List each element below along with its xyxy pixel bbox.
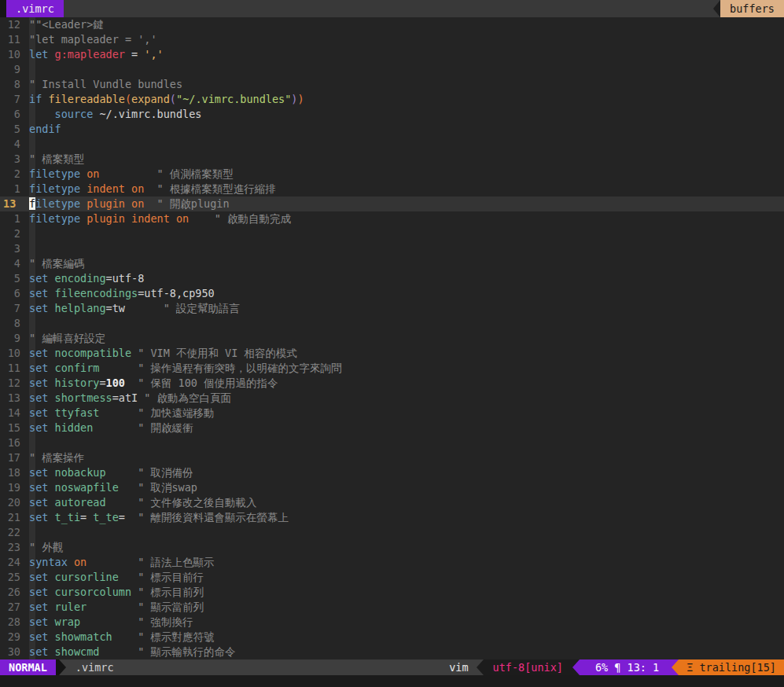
line-number: 8 — [0, 316, 20, 331]
code-line[interactable]: 19set noswapfile " 取消swap — [0, 480, 784, 495]
syntax-tx — [29, 108, 55, 120]
code-line[interactable]: 8 — [0, 316, 784, 331]
syntax-kw: set — [29, 481, 55, 494]
code-line[interactable]: 4" 檔案編碼 — [0, 256, 784, 271]
syntax-opt: autoread — [55, 496, 106, 509]
line-number: 22 — [0, 525, 20, 540]
code-line[interactable]: 25set cursorline " 標示目前行 — [0, 570, 784, 585]
code-text: let g:mapleader = ',' — [20, 47, 164, 62]
code-line[interactable]: 9 — [0, 62, 784, 77]
code-text: if filereadable(expand("~/.vimrc.bundles… — [20, 92, 304, 107]
code-line[interactable]: 2filetype on " 偵測檔案類型 — [0, 167, 784, 182]
code-line[interactable]: 5endif — [0, 122, 784, 137]
code-line[interactable]: 29set showmatch " 標示對應符號 — [0, 630, 784, 645]
syntax-red: g:mapleader — [55, 48, 125, 61]
code-line[interactable]: 17" 檔案操作 — [0, 450, 784, 465]
code-line[interactable]: 26set cursorcolumn " 標示目前列 — [0, 585, 784, 600]
code-line[interactable]: 27set ruler " 顯示當前列 — [0, 600, 784, 615]
syntax-cm: " 語法上色顯示 — [86, 556, 214, 568]
code-line[interactable]: 30set showcmd " 顯示輸執行的命令 — [0, 645, 784, 659]
syntax-arg: indent on — [80, 182, 144, 195]
syntax-cm: " 取消備份 — [106, 466, 193, 479]
code-line[interactable]: 14set ttyfast " 加快遠端移動 — [0, 406, 784, 421]
syntax-tx: =atI — [112, 391, 138, 404]
code-line[interactable]: 1filetype plugin indent on " 啟動自動完成 — [0, 211, 784, 226]
code-line[interactable]: 16 — [0, 435, 784, 450]
buffers-label: buffers — [730, 2, 775, 15]
syntax-cm: " VIM 不使用和 VI 相容的模式 — [131, 347, 297, 359]
syntax-kw: set — [29, 272, 55, 285]
code-text: " 檔案編碼 — [20, 256, 84, 271]
line-number: 9 — [0, 62, 20, 77]
line-number: 2 — [0, 226, 20, 241]
mode-indicator: NORMAL — [0, 659, 56, 675]
line-number: 18 — [0, 465, 20, 480]
code-line[interactable]: 15set hidden " 開啟緩衝 — [0, 421, 784, 435]
syntax-kw: set — [29, 630, 55, 643]
syntax-tx: = — [99, 377, 105, 389]
code-line[interactable]: 7if filereadable(expand("~/.vimrc.bundle… — [0, 92, 784, 107]
code-text: set cursorcolumn " 標示目前列 — [20, 585, 204, 600]
syntax-kw: set — [29, 362, 55, 374]
code-text: set t_ti= t_te= " 離開後資料還會顯示在螢幕上 — [20, 510, 289, 525]
syntax-kw: endif — [29, 123, 61, 135]
code-line[interactable]: 1filetype indent on " 根據檔案類型進行縮排 — [0, 182, 784, 197]
tab-vimrc[interactable]: .vimrc — [6, 0, 64, 17]
command-line[interactable] — [0, 675, 784, 687]
code-text: "let mapleader = ',' — [20, 32, 157, 47]
syntax-cm: " 偵測檔案類型 — [99, 167, 233, 180]
code-line[interactable]: 10set nocompatible " VIM 不使用和 VI 相容的模式 — [0, 346, 784, 361]
code-line[interactable]: 12""<Leader>鍵 — [0, 17, 784, 32]
syntax-cm: " 取消swap — [119, 481, 197, 494]
code-line[interactable]: 11set confirm " 操作過程有衝突時，以明確的文字來詢問 — [0, 361, 784, 376]
code-line[interactable]: 3 — [0, 241, 784, 256]
code-line[interactable]: 24syntax on " 語法上色顯示 — [0, 555, 784, 570]
line-number: 29 — [0, 630, 20, 645]
line-number: 16 — [0, 435, 20, 450]
code-line[interactable]: 23" 外觀 — [0, 540, 784, 555]
code-line[interactable]: 6 source ~/.vimrc.bundles — [0, 107, 784, 122]
syntax-str: ',' — [144, 48, 163, 61]
code-text: syntax on " 語法上色顯示 — [20, 555, 214, 570]
code-line[interactable]: 21set t_ti= t_te= " 離開後資料還會顯示在螢幕上 — [0, 510, 784, 525]
code-text: set cursorline " 標示目前行 — [20, 570, 204, 585]
code-text: set shortmess=atI " 啟動為空白頁面 — [20, 391, 231, 406]
syntax-cm: " Install Vundle bundles — [29, 78, 182, 90]
code-line[interactable]: 18set nobackup " 取消備份 — [0, 465, 784, 480]
line-number: 26 — [0, 585, 20, 600]
line-number: 3 — [0, 241, 20, 256]
code-line[interactable]: 22 — [0, 525, 784, 540]
code-line[interactable]: 13set shortmess=atI " 啟動為空白頁面 — [0, 391, 784, 406]
syntax-arg: on — [80, 167, 99, 180]
line-number: 15 — [0, 421, 20, 435]
code-line[interactable]: 6set fileencodings=utf-8,cp950 — [0, 286, 784, 301]
code-line[interactable]: 3" 檔案類型 — [0, 152, 784, 167]
line-number: 7 — [0, 301, 20, 316]
buffer[interactable]: 12""<Leader>鍵11"let mapleader = ','10let… — [0, 17, 784, 659]
code-line[interactable]: 11"let mapleader = ',' — [0, 32, 784, 47]
powerline-separator-icon — [477, 659, 484, 675]
code-line[interactable]: 20set autoread " 文件修改之後自動載入 — [0, 495, 784, 510]
code-line-current[interactable]: 13filetype plugin on " 開啟plugin — [0, 197, 784, 211]
syntax-pu: ( — [170, 93, 176, 105]
code-line[interactable]: 7set helplang=tw " 設定幫助語言 — [0, 301, 784, 316]
powerline-separator-icon — [713, 0, 720, 17]
buffers-label-badge[interactable]: buffers — [720, 0, 784, 17]
code-line[interactable]: 4 — [0, 137, 784, 152]
code-text: " 編輯喜好設定 — [20, 331, 105, 346]
line-number: 20 — [0, 495, 20, 510]
code-line[interactable]: 8" Install Vundle bundles — [0, 77, 784, 92]
syntax-arg: on — [68, 556, 86, 568]
code-line[interactable]: 10let g:mapleader = ',' — [0, 47, 784, 62]
vim-window: .vimrc buffers 12""<Leader>鍵11"let maple… — [0, 0, 784, 687]
syntax-kw: set — [29, 601, 55, 613]
code-line[interactable]: 28set wrap " 強制換行 — [0, 615, 784, 630]
code-line[interactable]: 12set history=100 " 保留 100 個使用過的指令 — [0, 376, 784, 391]
code-line[interactable]: 9" 編輯喜好設定 — [0, 331, 784, 346]
line-number: 11 — [0, 32, 20, 47]
line-number: 9 — [0, 331, 20, 346]
code-line[interactable]: 5set encoding=utf-8 — [0, 271, 784, 286]
line-number: 6 — [0, 107, 20, 122]
code-line[interactable]: 2 — [0, 226, 784, 241]
code-text: set confirm " 操作過程有衝突時，以明確的文字來詢問 — [20, 361, 341, 376]
